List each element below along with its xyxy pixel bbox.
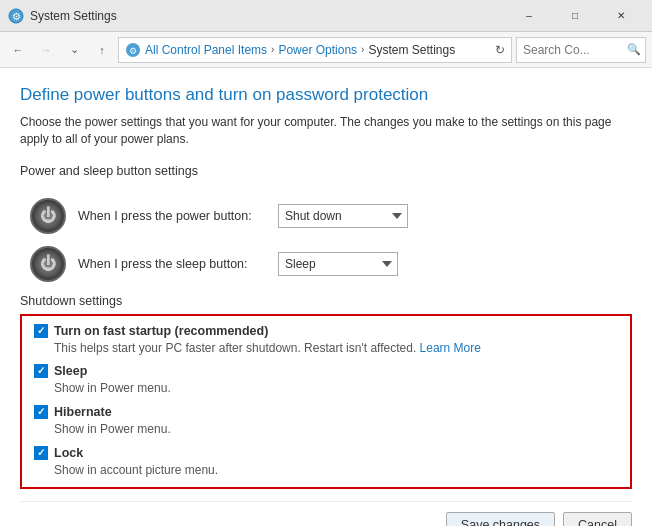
sleep-button-label: When I press the sleep button: [78,257,278,271]
hibernate-checkbox[interactable]: ✓ [34,405,48,419]
lock-row: ✓ Lock [34,446,618,460]
fast-startup-desc: This helps start your PC faster after sh… [34,340,618,357]
sleep-checkbox[interactable]: ✓ [34,364,48,378]
fast-startup-row: ✓ Turn on fast startup (recommended) [34,324,618,338]
main-content: Define power buttons and turn on passwor… [0,68,652,526]
address-bar: ⚙ All Control Panel Items › Power Option… [118,37,512,63]
sleep-button-setting: ⏻ When I press the sleep button: Sleep D… [20,246,632,282]
breadcrumb-power-options[interactable]: Power Options [278,43,357,57]
title-bar: ⚙ System Settings – □ ✕ [0,0,652,32]
bottom-bar: Save changes Cancel [20,501,632,526]
sleep-icon: ⏻ [30,246,66,282]
breadcrumb-control-panel[interactable]: All Control Panel Items [145,43,267,57]
back-button[interactable]: ← [6,38,30,62]
list-item: ✓ Lock Show in account picture menu. [34,446,618,479]
close-button[interactable]: ✕ [598,0,644,32]
up-button[interactable]: ↑ [90,38,114,62]
hibernate-title: Hibernate [54,405,112,419]
recent-button[interactable]: ⌄ [62,38,86,62]
lock-desc: Show in account picture menu. [34,462,618,479]
power-button-dropdown[interactable]: Shut down Do nothing Sleep Hibernate Tur… [278,204,408,228]
list-item: ✓ Hibernate Show in Power menu. [34,405,618,438]
page-description: Choose the power settings that you want … [20,114,632,148]
forward-button[interactable]: → [34,38,58,62]
cancel-button[interactable]: Cancel [563,512,632,526]
maximize-button[interactable]: □ [552,0,598,32]
sleep-button-dropdown[interactable]: Sleep Do nothing Hibernate Shut down [278,252,398,276]
svg-text:⚙: ⚙ [129,46,137,56]
window-title: System Settings [30,9,506,23]
power-button-setting: ⏻ When I press the power button: Shut do… [20,198,632,234]
power-sleep-section-label: Power and sleep button settings [20,164,632,178]
navigation-bar: ← → ⌄ ↑ ⚙ All Control Panel Items › Powe… [0,32,652,68]
svg-text:⚙: ⚙ [12,11,21,22]
sleep-desc: Show in Power menu. [34,380,618,397]
hibernate-row: ✓ Hibernate [34,405,618,419]
power-button-label: When I press the power button: [78,209,278,223]
control-panel-icon: ⚙ [125,42,141,58]
search-input[interactable] [523,43,623,57]
refresh-button[interactable]: ↻ [495,43,505,57]
page-title: Define power buttons and turn on passwor… [20,84,632,106]
window-controls: – □ ✕ [506,0,644,32]
hibernate-desc: Show in Power menu. [34,421,618,438]
sleep-title: Sleep [54,364,87,378]
list-item: ✓ Sleep Show in Power menu. [34,364,618,397]
fast-startup-checkbox[interactable]: ✓ [34,324,48,338]
lock-checkbox[interactable]: ✓ [34,446,48,460]
lock-title: Lock [54,446,83,460]
list-item: ✓ Turn on fast startup (recommended) Thi… [34,324,618,357]
search-box: 🔍 [516,37,646,63]
learn-more-link[interactable]: Learn More [420,341,481,355]
breadcrumb-current: System Settings [368,43,455,57]
sleep-row: ✓ Sleep [34,364,618,378]
shutdown-section-label: Shutdown settings [20,294,632,308]
minimize-button[interactable]: – [506,0,552,32]
save-button[interactable]: Save changes [446,512,555,526]
power-icon: ⏻ [30,198,66,234]
fast-startup-title: Turn on fast startup (recommended) [54,324,268,338]
search-icon: 🔍 [627,43,641,56]
shutdown-settings-box: ✓ Turn on fast startup (recommended) Thi… [20,314,632,489]
app-icon: ⚙ [8,8,24,24]
